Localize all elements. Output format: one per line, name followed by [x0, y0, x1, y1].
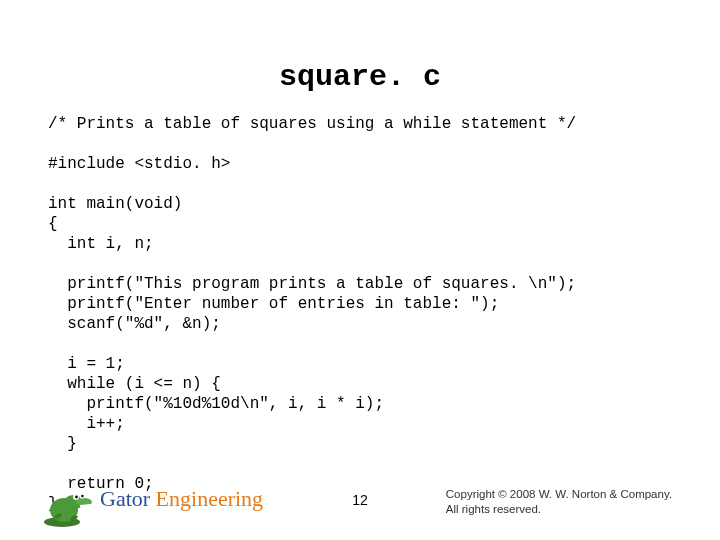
copyright-line-2: All rights reserved. [446, 502, 672, 516]
slide-title: square. c [48, 60, 672, 94]
brand-first: Gator [100, 486, 156, 511]
copyright: Copyright © 2008 W. W. Norton & Company.… [446, 487, 672, 516]
slide: square. c /* Prints a table of squares u… [0, 0, 720, 540]
gator-mascot-icon [40, 482, 96, 528]
svg-point-5 [75, 496, 78, 499]
brand-second: Engineering [156, 486, 264, 511]
copyright-line-1: Copyright © 2008 W. W. Norton & Company. [446, 487, 672, 501]
footer: Gator Engineering 12 Copyright © 2008 W.… [0, 470, 720, 530]
code-block: /* Prints a table of squares using a whi… [48, 114, 672, 514]
brand-text: Gator Engineering [100, 486, 263, 512]
page-number: 12 [352, 492, 368, 508]
svg-point-7 [81, 495, 83, 497]
